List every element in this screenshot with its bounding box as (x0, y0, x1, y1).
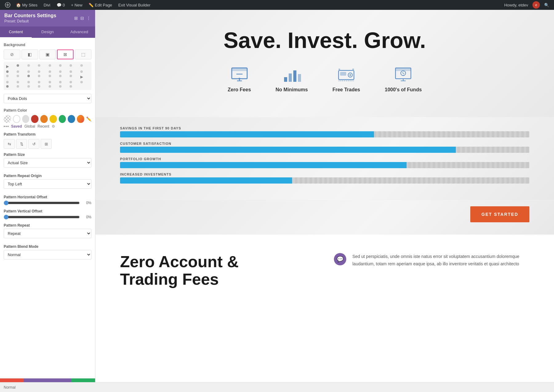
svg-rect-8 (289, 73, 292, 82)
pattern-v-offset-label: Pattern Vertical Offset (4, 209, 91, 213)
status-mode: Normal (4, 385, 16, 390)
bg-type-grid: ⊘ ◧ ▣ ⊠ ⬚ (4, 49, 91, 59)
pattern-v-offset-row: 0% (4, 215, 91, 220)
comments-menu[interactable]: 💬 0 (54, 0, 68, 10)
edit-page-btn[interactable]: ✏️ Edit Page (86, 0, 115, 10)
bg-type-none[interactable]: ⊘ (4, 49, 20, 59)
edit-icon: ✏️ (89, 3, 94, 7)
bar-track-savings (120, 131, 529, 137)
tab-design[interactable]: Design (32, 26, 63, 38)
tab-content[interactable]: Content (0, 26, 32, 38)
zero-fees-icon (230, 65, 249, 83)
pattern-h-offset-value: 0% (82, 201, 91, 205)
status-bar: Normal (0, 382, 554, 392)
color-tab-recent[interactable]: Recent (38, 124, 49, 129)
bars-section: SAVINGS IN THE FIRST 90 DAYS CUSTOMER SA… (95, 117, 554, 200)
divi-menu[interactable]: Divi (41, 0, 54, 10)
no-minimums-icon (283, 65, 301, 83)
user-avatar[interactable]: e (532, 1, 540, 9)
bar-item-portfolio: PORTFOLIO GROWTH (120, 157, 529, 168)
page-content: Save. Invest. Grow. Zero Fees (95, 10, 554, 392)
admin-bar-right: Howdy, etdev e 🔍 (502, 1, 552, 9)
bar-label-savings: SAVINGS IN THE FIRST 90 DAYS (120, 126, 529, 130)
divi-label: Divi (44, 3, 50, 7)
feature-item-free-trades: Free Trades (332, 65, 360, 93)
color-swatch-gradient[interactable] (77, 115, 84, 123)
bg-type-pattern[interactable]: ⊠ (57, 49, 74, 59)
bar-fill-savings (120, 131, 374, 137)
admin-bar: 🏠 My Sites Divi 💬 0 + New ✏️ Edit Page E… (0, 0, 554, 10)
svg-rect-2 (232, 68, 247, 71)
my-sites-label: My Sites (22, 3, 38, 7)
pattern-repeat-select[interactable]: Repeat No Repeat Repeat X Repeat Y (4, 229, 91, 238)
pattern-h-offset-label: Pattern Horizontal Offset (4, 195, 91, 199)
free-trades-icon (337, 65, 355, 83)
color-swatch-yellow[interactable] (50, 115, 57, 123)
panel-tabs: Content Design Advanced (0, 26, 95, 38)
pattern-v-offset-slider[interactable] (4, 215, 80, 220)
funds-icon (394, 65, 412, 83)
color-swatch-white[interactable] (13, 115, 20, 123)
panel-header-icons: ⊞ ⊟ ⋮ (74, 16, 91, 21)
main-layout: Bar Counters Settings Preset: Default ⊞ … (0, 10, 554, 392)
tab-advanced[interactable]: Advanced (63, 26, 95, 38)
pattern-size-label: Pattern Size (4, 152, 91, 157)
bar-item-savings: SAVINGS IN THE FIRST 90 DAYS (120, 126, 529, 137)
new-menu[interactable]: + New (68, 0, 86, 10)
bg-type-gradient[interactable]: ▣ (39, 49, 56, 59)
feature-label-no-minimums: No Minimums (275, 87, 308, 93)
color-edit-icon[interactable]: ✏️ (86, 117, 91, 121)
transform-rotate[interactable]: ↺ (28, 139, 39, 149)
cta-button[interactable]: GET STARTED (470, 206, 529, 222)
feature-label-funds: 1000's of Funds (385, 87, 422, 93)
edit-page-label: Edit Page (95, 3, 112, 7)
pattern-repeat-origin-select[interactable]: Top Left Top Right Bottom Left Bottom Ri… (4, 179, 91, 189)
feature-item-zero-fees: Zero Fees (228, 65, 251, 93)
bottom-heading: Zero Account &Trading Fees (120, 253, 315, 288)
color-swatch-orange[interactable] (40, 115, 48, 123)
svg-rect-7 (284, 77, 287, 82)
more-options-icon[interactable]: ⋮ (86, 16, 91, 21)
exit-builder-label: Exit Visual Builder (118, 3, 151, 7)
pattern-h-offset-slider[interactable] (4, 200, 80, 205)
bottom-text-col: 💬 Sed ut perspiciatis, unde omnis iste n… (334, 253, 529, 268)
color-swatch-red[interactable] (31, 115, 38, 123)
color-swatch-lightgray[interactable] (22, 115, 30, 123)
transform-flip-h[interactable]: ⇆ (4, 139, 15, 149)
panel-preset: Preset: Default (4, 19, 56, 23)
background-label: Background (4, 43, 91, 47)
search-btn[interactable]: 🔍 (542, 3, 552, 7)
transform-flip-v[interactable]: ⇅ (16, 139, 27, 149)
bottom-section: Zero Account &Trading Fees 💬 Sed ut pers… (95, 235, 554, 307)
more-options-dots[interactable] (4, 126, 9, 127)
bar-label-satisfaction: CUSTOMER SATISFACTION (120, 142, 529, 145)
transform-invert[interactable]: ⊞ (41, 139, 52, 149)
feature-item-no-minimums: No Minimums (275, 65, 308, 93)
pattern-size-select[interactable]: Actual Size Cover Contain Custom (4, 158, 91, 168)
color-tab-saved[interactable]: Saved (11, 124, 22, 129)
color-swatch-blue[interactable] (68, 115, 75, 123)
exit-builder-btn[interactable]: Exit Visual Builder (115, 0, 154, 10)
bar-item-investments: INCREASED INVESTMENTS (120, 172, 529, 184)
color-settings-icon[interactable]: ⚙ (52, 124, 55, 129)
pattern-transform-label: Pattern Transform (4, 132, 91, 137)
transform-buttons: ⇆ ⇅ ↺ ⊞ (4, 139, 91, 149)
bottom-text: Sed ut perspiciatis, unde omnis iste nat… (352, 253, 529, 268)
panel-title: Bar Counters Settings (4, 13, 56, 18)
pattern-blend-select[interactable]: Normal Multiply Screen Overlay (4, 250, 91, 259)
bg-type-color[interactable]: ◧ (22, 49, 38, 59)
svg-rect-10 (298, 74, 301, 82)
comments-count: 0 (63, 3, 65, 7)
settings-panel: Bar Counters Settings Preset: Default ⊞ … (0, 10, 95, 392)
pattern-type-select[interactable]: Polka Dots Stripes Grid Chevron Dots (4, 94, 91, 103)
pattern-preview: ▶ ▶ (4, 62, 91, 90)
color-swatch-transparent[interactable] (4, 115, 11, 123)
page-preview: Save. Invest. Grow. Zero Fees (95, 10, 554, 392)
color-swatch-green[interactable] (59, 115, 66, 123)
bg-type-video[interactable]: ⬚ (75, 49, 91, 59)
columns-icon[interactable]: ⊟ (80, 16, 84, 21)
color-tab-global[interactable]: Global (24, 124, 35, 129)
fullscreen-icon[interactable]: ⊞ (74, 16, 78, 21)
wp-logo[interactable] (2, 0, 13, 10)
my-sites-menu[interactable]: 🏠 My Sites (13, 0, 41, 10)
